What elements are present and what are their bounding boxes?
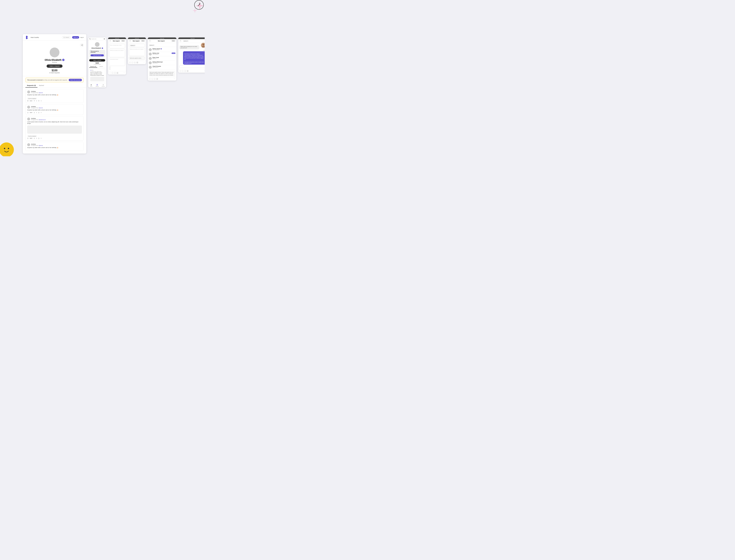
svg-point-7: [82, 44, 83, 45]
req-from: A request from @bakerbount: [31, 119, 46, 120]
screen-new-request-2: boumt.com ✕ New request Next @olivia ✕ B…: [128, 37, 146, 64]
summary-field[interactable]: Briefly summarise your request: [109, 49, 125, 57]
navbar: How it works Search Sign up Log in: [23, 34, 86, 41]
tab-backed-mobile[interactable]: Backed: [97, 65, 105, 68]
mobile-avatar: [95, 42, 99, 47]
chat-from-pill[interactable]: @olivia ✕: [183, 40, 189, 42]
menu-icon[interactable]: [104, 38, 105, 40]
nav-square-button-4[interactable]: ⬜: [187, 70, 189, 72]
screen5-url: boumt.com: [148, 37, 176, 39]
request-card: @olivia A request from @jessie Surprise …: [25, 142, 84, 151]
detail-field[interactable]: Add optional detail: [109, 58, 125, 66]
request-card: @olivia A request from @jessie Surprise …: [25, 104, 84, 115]
screen-new-request-1: boumt.com ✕ New request Next Name, @user…: [108, 37, 126, 75]
tab-backed[interactable]: Backed: [37, 84, 46, 88]
requester-avatar: [27, 118, 30, 120]
close-button[interactable]: ✕: [109, 40, 111, 42]
checkbox-1[interactable]: [109, 67, 110, 68]
make-request-button-mobile[interactable]: Make a request: [89, 59, 105, 62]
make-request-button[interactable]: Make a request: [47, 64, 63, 68]
chat-item[interactable]: Britney Joel @britneysjoel denied: [149, 52, 175, 56]
more-button-2[interactable]: ···: [143, 62, 145, 63]
new-request-title-3: New request: [152, 40, 171, 42]
chat-info: Charli D'Amelio @charlidevre: [153, 66, 175, 68]
login-button[interactable]: Log in: [80, 37, 84, 38]
how-it-works-link[interactable]: How it works: [31, 37, 39, 38]
chat-info: Britney Joel @britneysjoel: [153, 53, 171, 55]
chat-avatar: [149, 57, 152, 60]
nav-home[interactable]: Home: [88, 84, 94, 87]
nav-add-button[interactable]: +: [114, 72, 116, 74]
share-button[interactable]: [80, 43, 84, 47]
nav-square-button-2[interactable]: ⬜: [136, 62, 138, 63]
close-button-2[interactable]: ✕: [129, 40, 131, 42]
nav-forward-button-3[interactable]: ›: [151, 78, 153, 80]
tab-requests[interactable]: Requests (4): [25, 84, 37, 88]
nav-add-button-4[interactable]: +: [184, 70, 186, 72]
mobile-bottom-nav: Home Request Account: [88, 83, 106, 87]
profile-avatar: [50, 48, 59, 57]
req-text: Surprise my sister with a Zoom call on h…: [27, 147, 82, 148]
svg-point-2: [0, 142, 14, 156]
logo-icon: [25, 36, 28, 39]
close-button-3[interactable]: ✕: [149, 40, 151, 42]
name-field[interactable]: Name, @username, email: [109, 44, 125, 48]
svg-point-8: [81, 45, 82, 45]
profile-name: Olivia Elizabeth: [45, 59, 64, 61]
username-pills[interactable]: @olivia ✕: [129, 44, 145, 47]
tab-requests-mobile[interactable]: Requests (4): [89, 65, 97, 68]
nav-back-button[interactable]: ‹: [109, 72, 111, 74]
chat-item[interactable]: Britney Spears @britneyspears: [149, 48, 175, 52]
new-req-header-4: ✕ @olivia ✕: [178, 39, 205, 43]
requester-avatar: [27, 143, 30, 146]
new-req-header-3: ✕ New request Next: [148, 39, 176, 43]
more-button[interactable]: ···: [123, 72, 125, 74]
more-button-3[interactable]: ···: [174, 78, 175, 80]
nav-back-button-4[interactable]: ‹: [179, 70, 181, 72]
close-button-4[interactable]: ✕: [179, 40, 182, 42]
svg-point-16: [38, 112, 39, 113]
chat-item[interactable]: Charli D'Amelio @charlidevre: [149, 65, 175, 70]
chat-item[interactable]: Brian Caulk @brianC: [149, 56, 175, 61]
next-button-3[interactable]: Next: [171, 40, 175, 42]
nav-forward-button-2[interactable]: ›: [131, 62, 133, 63]
svg-line-1: [198, 4, 200, 6]
nav-square-button[interactable]: ⬜: [116, 72, 118, 74]
criteria-field[interactable]: Add some specific criteria...: [129, 56, 145, 60]
requester-username: @olivia: [31, 143, 43, 145]
nav-forward-button-4[interactable]: ›: [182, 70, 184, 72]
chat-input[interactable]: [179, 65, 205, 68]
requester-avatar: [27, 91, 30, 93]
mobile-req-text: Teach my daughter's dance class a new da…: [90, 72, 104, 76]
svg-point-5: [64, 37, 64, 38]
nav-account[interactable]: Account: [100, 84, 106, 87]
summary-field-2[interactable]: Briefly summarise your request: [129, 48, 145, 56]
nav-back-button-2[interactable]: ‹: [129, 62, 131, 63]
nav-forward-button[interactable]: ›: [112, 72, 113, 74]
signup-button[interactable]: Sign up: [72, 36, 79, 39]
claim-account-button-mobile[interactable]: Claim this account: [91, 54, 104, 56]
svg-point-15: [27, 112, 28, 113]
checkbox-2[interactable]: [109, 68, 110, 70]
reserved-banner: This account is reserved. Claim this acc…: [89, 50, 105, 57]
requester-username: @olivia: [31, 91, 43, 92]
nav-request[interactable]: Request: [94, 84, 100, 87]
more-button-4[interactable]: ···: [204, 70, 205, 72]
username-pill-2[interactable]: @olivia ✕: [149, 44, 155, 46]
username-pill[interactable]: @olivia ✕: [130, 45, 136, 46]
search-bar[interactable]: Search: [62, 36, 71, 39]
nav-add-button-3[interactable]: +: [154, 78, 156, 80]
backer-label: You're a backer: [27, 98, 37, 99]
next-button-2[interactable]: Next: [141, 40, 145, 42]
screen3-url: boumt.com: [108, 37, 126, 39]
chat-avatar: [149, 48, 152, 51]
nav-back-button-3[interactable]: ‹: [149, 78, 151, 80]
mobile-req-card: @olivia A request from @brandon Teach my…: [89, 69, 105, 82]
nav-add-button-2[interactable]: +: [134, 62, 136, 63]
chat-avatar: [149, 61, 152, 64]
next-button[interactable]: Next: [121, 40, 125, 42]
new-req-header-2: ✕ New request Next: [128, 39, 146, 43]
claim-account-button[interactable]: Claim this account: [69, 79, 82, 81]
chat-item[interactable]: Britney Rabaroque @rbarstons: [149, 61, 175, 65]
nav-square-button-3[interactable]: ⬜: [156, 78, 158, 80]
